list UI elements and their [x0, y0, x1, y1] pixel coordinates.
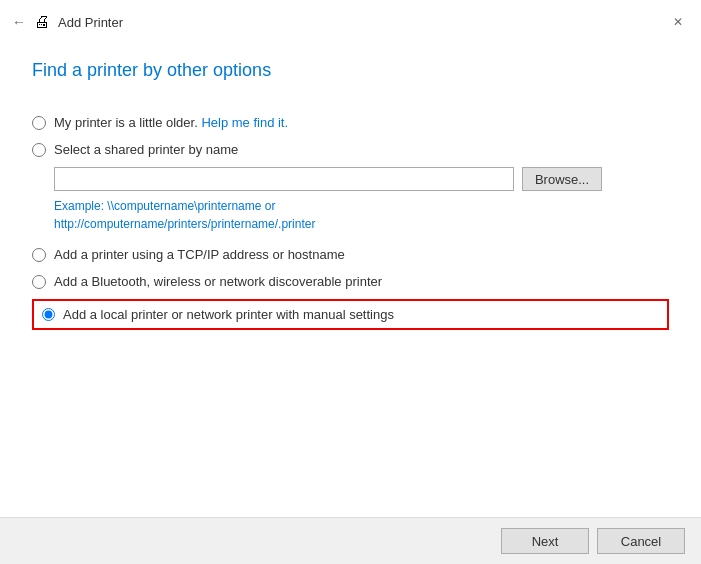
option-row-2: Select a shared printer by name [32, 136, 669, 163]
window-title: Add Printer [58, 15, 123, 30]
option-row-5-selected: Add a local printer or network printer w… [32, 299, 669, 330]
options-list: My printer is a little older. Help me fi… [32, 109, 669, 334]
example-text: Example: \\computername\printername or h… [54, 197, 669, 233]
shared-printer-section: Browse... Example: \\computername\printe… [54, 167, 669, 233]
option-label-5[interactable]: Add a local printer or network printer w… [63, 307, 394, 322]
option-label-2[interactable]: Select a shared printer by name [54, 142, 238, 157]
cancel-button[interactable]: Cancel [597, 528, 685, 554]
option-label-4[interactable]: Add a Bluetooth, wireless or network dis… [54, 274, 382, 289]
option-row-1: My printer is a little older. Help me fi… [32, 109, 669, 136]
radio-tcpip-printer[interactable] [32, 248, 46, 262]
browse-row: Browse... [54, 167, 669, 191]
printer-name-input[interactable] [54, 167, 514, 191]
option-row-3: Add a printer using a TCP/IP address or … [32, 241, 669, 268]
radio-shared-printer[interactable] [32, 143, 46, 157]
radio-older-printer[interactable] [32, 116, 46, 130]
footer: Next Cancel [0, 517, 701, 564]
browse-button[interactable]: Browse... [522, 167, 602, 191]
printer-icon: 🖨 [34, 13, 50, 31]
option-label-3[interactable]: Add a printer using a TCP/IP address or … [54, 247, 345, 262]
radio-local-manual-printer[interactable] [42, 308, 55, 321]
main-content: Find a printer by other options My print… [0, 36, 701, 517]
option-label-1[interactable]: My printer is a little older. Help me fi… [54, 115, 288, 130]
back-arrow-icon[interactable]: ← [12, 14, 26, 30]
title-bar: ← 🖨 Add Printer ✕ [0, 0, 701, 36]
page-title: Find a printer by other options [32, 60, 669, 81]
radio-bluetooth-printer[interactable] [32, 275, 46, 289]
next-button[interactable]: Next [501, 528, 589, 554]
title-bar-left: ← 🖨 Add Printer [12, 13, 123, 31]
help-find-link[interactable]: Help me find it. [201, 115, 288, 130]
option-row-4: Add a Bluetooth, wireless or network dis… [32, 268, 669, 295]
close-button[interactable]: ✕ [667, 13, 689, 31]
